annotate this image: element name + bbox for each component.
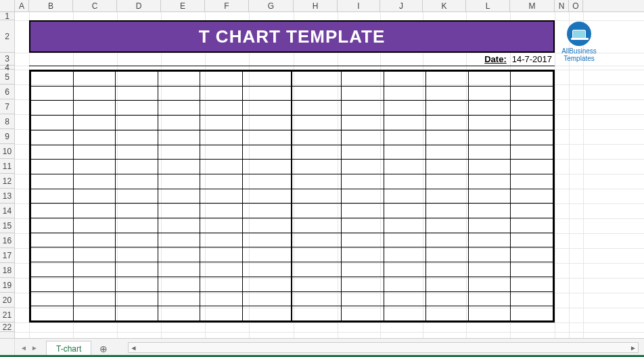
t-chart-cell[interactable] [158, 218, 200, 233]
t-chart-cell[interactable] [342, 72, 384, 87]
t-chart-cell[interactable] [426, 233, 469, 247]
t-chart-cell[interactable] [292, 160, 341, 174]
t-chart-cell[interactable] [384, 277, 426, 291]
t-chart-cell[interactable] [342, 291, 384, 306]
t-chart-cell[interactable] [292, 101, 341, 116]
t-chart-cell[interactable] [384, 116, 426, 130]
t-chart-cell[interactable] [384, 291, 426, 306]
col-header-O[interactable]: O [569, 0, 583, 11]
t-chart-cell[interactable] [426, 116, 469, 130]
t-chart-cell[interactable] [200, 277, 243, 291]
t-chart-cell[interactable] [384, 72, 426, 87]
t-chart-cell[interactable] [73, 101, 116, 116]
t-chart-cell[interactable] [158, 130, 200, 145]
t-chart-cell[interactable] [384, 174, 426, 189]
t-chart-cell[interactable] [200, 116, 243, 130]
t-chart-cell[interactable] [468, 86, 511, 101]
t-chart-cell[interactable] [158, 189, 200, 204]
t-chart-cell[interactable] [468, 130, 511, 145]
t-chart-cell[interactable] [116, 116, 158, 130]
t-chart-cell[interactable] [158, 174, 200, 189]
t-chart-cell[interactable] [31, 233, 74, 247]
t-chart-cell[interactable] [116, 145, 158, 160]
t-chart-cell[interactable] [242, 291, 292, 306]
t-chart-cell[interactable] [242, 247, 292, 262]
t-chart-cell[interactable] [200, 218, 243, 233]
t-chart-cell[interactable] [511, 116, 553, 130]
t-chart-cell[interactable] [200, 306, 243, 321]
t-chart-cell[interactable] [468, 262, 511, 277]
t-chart-cell[interactable] [116, 130, 158, 145]
row-header-2[interactable]: 2 [0, 20, 14, 53]
t-chart-cell[interactable] [116, 204, 158, 218]
t-chart-cell[interactable] [292, 247, 341, 262]
t-chart-cell[interactable] [426, 306, 469, 321]
t-chart-cell[interactable] [73, 247, 116, 262]
col-header-B[interactable]: B [29, 0, 73, 11]
t-chart-cell[interactable] [468, 189, 511, 204]
t-chart-cell[interactable] [292, 306, 341, 321]
t-chart-cell[interactable] [468, 291, 511, 306]
col-header-M[interactable]: M [510, 0, 555, 11]
t-chart-cell[interactable] [242, 204, 292, 218]
t-chart-cell[interactable] [158, 306, 200, 321]
row-header-16[interactable]: 16 [0, 233, 14, 248]
t-chart-cell[interactable] [384, 160, 426, 174]
t-chart-cell[interactable] [116, 291, 158, 306]
t-chart-cell[interactable] [73, 262, 116, 277]
t-chart-cell[interactable] [342, 233, 384, 247]
col-header-E[interactable]: E [161, 0, 205, 11]
t-chart-cell[interactable] [511, 291, 553, 306]
t-chart-cell[interactable] [511, 247, 553, 262]
t-chart-cell[interactable] [31, 291, 74, 306]
t-chart-cell[interactable] [468, 277, 511, 291]
t-chart-cell[interactable] [384, 145, 426, 160]
t-chart-cell[interactable] [158, 86, 200, 101]
t-chart-cell[interactable] [292, 116, 341, 130]
t-chart-cell[interactable] [292, 218, 341, 233]
t-chart-cell[interactable] [158, 247, 200, 262]
t-chart-cell[interactable] [292, 72, 341, 87]
row-header-20[interactable]: 20 [0, 293, 14, 308]
t-chart-cell[interactable] [158, 145, 200, 160]
t-chart-cell[interactable] [426, 189, 469, 204]
t-chart-cell[interactable] [158, 72, 200, 87]
row-header-19[interactable]: 19 [0, 278, 14, 293]
t-chart-cell[interactable] [242, 189, 292, 204]
t-chart-cell[interactable] [31, 145, 74, 160]
t-chart-cell[interactable] [468, 160, 511, 174]
t-chart-cell[interactable] [31, 204, 74, 218]
horizontal-scrollbar[interactable]: ◄ ► [128, 342, 639, 353]
t-chart-cell[interactable] [158, 204, 200, 218]
t-chart-cell[interactable] [73, 130, 116, 145]
t-chart-cell[interactable] [73, 204, 116, 218]
t-chart-cell[interactable] [242, 86, 292, 101]
row-header-22[interactable]: 22 [0, 323, 14, 332]
t-chart-cell[interactable] [342, 306, 384, 321]
t-chart-cell[interactable] [511, 218, 553, 233]
t-chart-cell[interactable] [73, 189, 116, 204]
t-chart-cell[interactable] [468, 174, 511, 189]
t-chart-cell[interactable] [31, 218, 74, 233]
t-chart-cell[interactable] [292, 277, 341, 291]
row-header-18[interactable]: 18 [0, 263, 14, 278]
t-chart-cell[interactable] [384, 101, 426, 116]
t-chart-cell[interactable] [342, 218, 384, 233]
t-chart-cell[interactable] [116, 218, 158, 233]
t-chart-cell[interactable] [73, 277, 116, 291]
t-chart-cell[interactable] [468, 306, 511, 321]
col-header-D[interactable]: D [117, 0, 161, 11]
t-chart-cell[interactable] [116, 101, 158, 116]
t-chart-cell[interactable] [200, 291, 243, 306]
t-chart-cell[interactable] [468, 116, 511, 130]
t-chart-cell[interactable] [200, 204, 243, 218]
t-chart-cell[interactable] [384, 233, 426, 247]
t-chart-cell[interactable] [426, 247, 469, 262]
t-chart-cell[interactable] [200, 189, 243, 204]
t-chart-cell[interactable] [31, 116, 74, 130]
row-header-13[interactable]: 13 [0, 189, 14, 204]
t-chart-cell[interactable] [511, 204, 553, 218]
t-chart-cell[interactable] [200, 160, 243, 174]
col-header-H[interactable]: H [294, 0, 338, 11]
t-chart-cell[interactable] [468, 204, 511, 218]
